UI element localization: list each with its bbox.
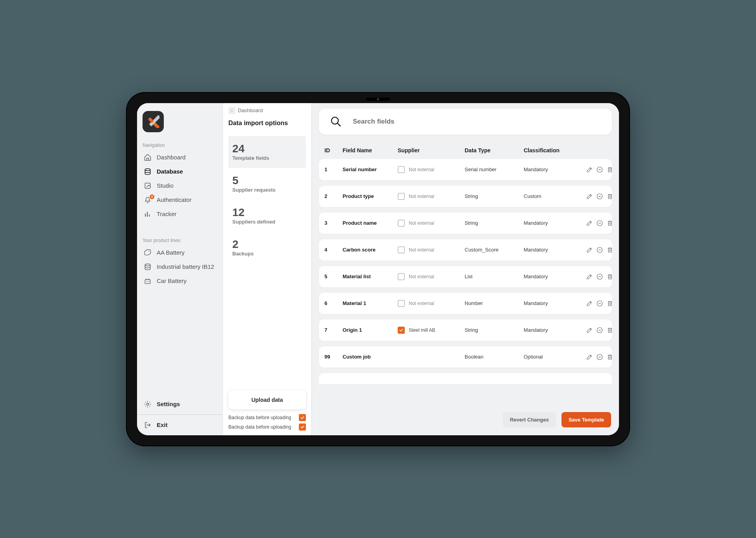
backup-checkbox-2[interactable] xyxy=(299,423,306,431)
upload-data-button[interactable]: Upload data xyxy=(228,390,306,409)
supplier-text: Not external xyxy=(409,247,434,253)
sidebar-item-label: Settings xyxy=(157,401,180,407)
supplier-checkbox[interactable] xyxy=(398,166,405,173)
trash-icon[interactable] xyxy=(606,246,613,253)
supplier-text: Not external xyxy=(409,167,434,172)
cell-id: 7 xyxy=(324,327,343,333)
revert-changes-button[interactable]: Revert Changes xyxy=(503,412,556,427)
edit-icon[interactable] xyxy=(586,300,593,307)
row-actions xyxy=(583,273,613,280)
stat-supplier-requests[interactable]: 5 Supplier requests xyxy=(228,168,306,200)
table-row: 99Custom jobBooleanOptional xyxy=(319,346,612,368)
edit-icon[interactable] xyxy=(586,327,593,334)
car-battery-icon xyxy=(143,277,152,285)
cell-field-name: Material list xyxy=(343,274,398,279)
edit-icon[interactable] xyxy=(586,220,593,227)
search-input[interactable] xyxy=(353,118,601,126)
sidebar-item-database[interactable]: Database xyxy=(141,165,219,179)
sidebar-item-label: Authenticator xyxy=(157,196,191,203)
divider xyxy=(137,414,222,415)
remove-icon[interactable] xyxy=(596,220,603,227)
trash-icon[interactable] xyxy=(606,327,613,334)
remove-icon[interactable] xyxy=(596,353,603,361)
sidebar-item-tracker[interactable]: Tracker xyxy=(141,207,219,221)
cell-supplier: Not external xyxy=(398,246,465,253)
supplier-checkbox[interactable] xyxy=(398,300,405,307)
supplier-checkbox[interactable] xyxy=(398,273,405,280)
supplier-text: Steel mill AB xyxy=(409,327,435,333)
trash-icon[interactable] xyxy=(606,193,613,200)
backup-check-row-1: Backup data before uploading xyxy=(228,414,306,421)
cell-id: 4 xyxy=(324,247,343,253)
camera-notch xyxy=(366,98,390,101)
row-actions xyxy=(583,220,613,227)
supplier-checkbox[interactable] xyxy=(398,246,405,253)
stat-suppliers-defined[interactable]: 12 Suppliers defined xyxy=(228,200,306,232)
trash-icon[interactable] xyxy=(606,300,613,307)
table-row: 4Carbon scoreNot externalCustom_ScoreMan… xyxy=(319,239,612,261)
sidebar: Navigation Dashboard Database Studio 3 A… xyxy=(137,103,223,435)
remove-icon[interactable] xyxy=(596,327,603,334)
stat-value: 24 xyxy=(232,143,302,154)
supplier-text: Not external xyxy=(409,274,434,279)
cell-id: 5 xyxy=(324,274,343,279)
footer-actions: Revert Changes Save Template xyxy=(312,406,619,435)
trash-icon[interactable] xyxy=(606,353,613,361)
sidebar-item-label: Tracker xyxy=(157,211,176,217)
supplier-checkbox[interactable] xyxy=(398,327,405,334)
remove-icon[interactable] xyxy=(596,273,603,280)
supplier-checkbox[interactable] xyxy=(398,193,405,200)
cell-classification: Mandatory xyxy=(524,327,583,333)
stat-backups[interactable]: 2 Backups xyxy=(228,232,306,264)
sidebar-item-settings[interactable]: Settings xyxy=(141,397,219,411)
table-row: 2Product typeNot externalStringCustom xyxy=(319,186,612,207)
product-line-industrial-battery[interactable]: Industrial battery IB12 xyxy=(141,260,219,274)
cell-classification: Mandatory xyxy=(524,247,583,253)
supplier-text: Not external xyxy=(409,194,434,199)
cell-classification: Optional xyxy=(524,354,583,360)
product-line-car-battery[interactable]: Car Battery xyxy=(141,274,219,288)
edit-icon[interactable] xyxy=(586,193,593,200)
trash-icon[interactable] xyxy=(606,166,613,173)
app-logo[interactable] xyxy=(143,111,164,132)
trash-icon[interactable] xyxy=(606,220,613,227)
sidebar-item-authenticator[interactable]: 3 Authenticator xyxy=(141,193,219,207)
cell-field-name: Material 1 xyxy=(343,300,398,306)
database-icon xyxy=(143,168,152,176)
save-template-button[interactable]: Save Template xyxy=(561,412,611,427)
cell-data-type: Custom_Score xyxy=(465,247,524,253)
search-bar xyxy=(319,109,612,135)
notification-badge: 3 xyxy=(150,194,154,199)
tag-icon xyxy=(143,249,152,257)
remove-icon[interactable] xyxy=(596,166,603,173)
cell-field-name: Carbon score xyxy=(343,247,398,253)
backup-checkbox-1[interactable] xyxy=(299,414,306,421)
trash-icon[interactable] xyxy=(606,273,613,280)
sidebar-item-label: Dashboard xyxy=(157,154,185,161)
sidebar-item-dashboard[interactable]: Dashboard xyxy=(141,150,219,165)
cell-classification: Mandatory xyxy=(524,274,583,279)
remove-icon[interactable] xyxy=(596,300,603,307)
remove-icon[interactable] xyxy=(596,246,603,253)
backup-check-row-2: Backup data before uploading xyxy=(228,423,306,431)
database-icon xyxy=(143,263,152,271)
table-header: ID Field Name Supplier Data Type Classif… xyxy=(319,146,612,159)
fields-table: ID Field Name Supplier Data Type Classif… xyxy=(312,139,619,406)
cell-field-name: Serial number xyxy=(343,166,398,172)
edit-icon[interactable] xyxy=(586,353,593,361)
edit-icon[interactable] xyxy=(586,273,593,280)
supplier-checkbox[interactable] xyxy=(398,220,405,227)
edit-icon[interactable] xyxy=(586,246,593,253)
sidebar-item-studio[interactable]: Studio xyxy=(141,179,219,193)
table-row: 6Material 1Not externalNumberMandatory xyxy=(319,293,612,314)
breadcrumb[interactable]: ‹ Dashboard xyxy=(228,107,306,114)
sidebar-item-exit[interactable]: Exit xyxy=(141,418,219,432)
remove-icon[interactable] xyxy=(596,193,603,200)
cell-supplier: Not external xyxy=(398,300,465,307)
chevron-left-icon[interactable]: ‹ xyxy=(228,107,235,114)
edit-icon[interactable] xyxy=(586,166,593,173)
sidebar-item-label: Exit xyxy=(157,422,168,428)
stat-template-fields[interactable]: 24 Template fields xyxy=(228,136,306,168)
product-line-aa-battery[interactable]: AA Battery xyxy=(141,246,219,260)
bell-icon: 3 xyxy=(143,196,152,204)
